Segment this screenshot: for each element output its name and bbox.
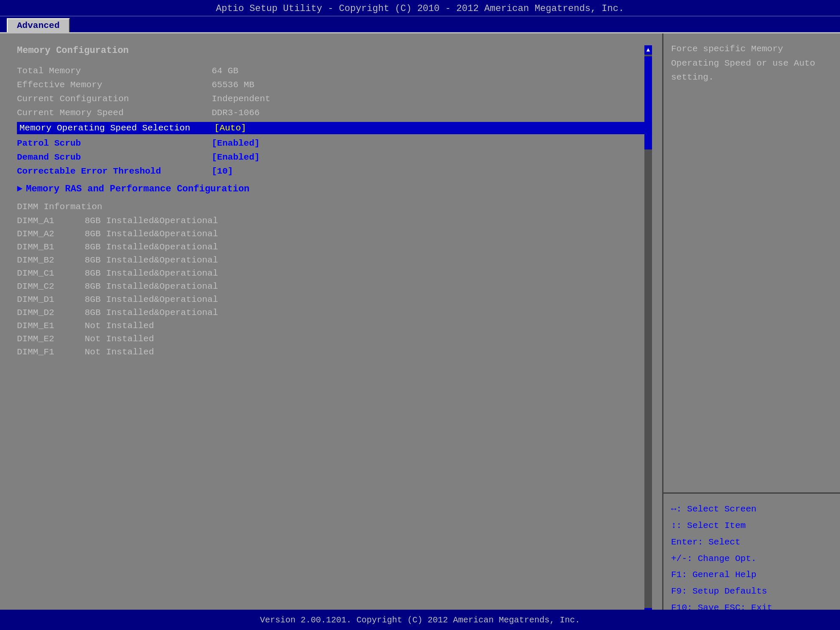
dimm-a2-value: 8GB Installed&Operational: [85, 229, 218, 239]
tab-bar: Advanced: [0, 17, 840, 32]
label-patrol-scrub: Patrol Scrub: [17, 138, 212, 148]
dimm-a2-row: DIMM_A2 8GB Installed&Operational: [17, 229, 652, 239]
value-effective-memory: 65536 MB: [212, 80, 254, 90]
label-effective-memory: Effective Memory: [17, 80, 212, 90]
bottom-bar: Version 2.00.1201. Copyright (C) 2012 Am…: [0, 610, 840, 630]
dimm-b1-label: DIMM_B1: [17, 242, 85, 252]
dimm-e2-label: DIMM_E2: [17, 334, 85, 344]
dimm-e2-row: DIMM_E2 Not Installed: [17, 334, 652, 344]
config-row-patrol-scrub[interactable]: Patrol Scrub [Enabled]: [17, 138, 652, 148]
key-help-enter: Enter: Select: [671, 534, 832, 551]
tab-advanced-label: Advanced: [17, 21, 60, 30]
dimm-section-title: DIMM Information: [17, 202, 652, 212]
dimm-c1-label: DIMM_C1: [17, 268, 85, 278]
dimm-a2-label: DIMM_A2: [17, 229, 85, 239]
dimm-b2-value: 8GB Installed&Operational: [85, 255, 218, 265]
value-demand-scrub: [Enabled]: [212, 152, 260, 162]
scrollbar-up-button[interactable]: ▲: [644, 45, 652, 55]
value-patrol-scrub: [Enabled]: [212, 138, 260, 148]
dimm-a1-value: 8GB Installed&Operational: [85, 216, 218, 226]
key-help-select-item: ↕: Select Item: [671, 518, 832, 534]
config-row-error-threshold[interactable]: Correctable Error Threshold [10]: [17, 166, 652, 176]
dimm-a1-row: DIMM_A1 8GB Installed&Operational: [17, 216, 652, 226]
tab-advanced[interactable]: Advanced: [7, 18, 70, 32]
config-row-memory-speed: Current Memory Speed DDR3-1066: [17, 108, 652, 118]
submenu-arrow-icon: ►: [17, 184, 22, 194]
value-operating-speed: [Auto]: [214, 123, 246, 133]
dimm-c2-row: DIMM_C2 8GB Installed&Operational: [17, 282, 652, 291]
dimm-f1-value: Not Installed: [85, 347, 154, 357]
key-help-setup-defaults: F9: Setup Defaults: [671, 583, 832, 600]
dimm-c2-value: 8GB Installed&Operational: [85, 282, 218, 291]
dimm-e2-value: Not Installed: [85, 334, 154, 344]
value-error-threshold: [10]: [212, 166, 233, 176]
dimm-c1-value: 8GB Installed&Operational: [85, 268, 218, 278]
dimm-d1-row: DIMM_D1 8GB Installed&Operational: [17, 295, 652, 304]
dimm-e1-value: Not Installed: [85, 321, 154, 331]
help-text-area: Force specific Memory Operating Speed or…: [663, 33, 840, 494]
submenu-ras[interactable]: ►Memory RAS and Performance Configuratio…: [17, 184, 652, 194]
config-row-effective-memory: Effective Memory 65536 MB: [17, 80, 652, 90]
dimm-b1-row: DIMM_B1 8GB Installed&Operational: [17, 242, 652, 252]
label-demand-scrub: Demand Scrub: [17, 152, 212, 162]
dimm-d1-value: 8GB Installed&Operational: [85, 295, 218, 304]
value-memory-speed: DDR3-1066: [212, 108, 260, 118]
dimm-b2-label: DIMM_B2: [17, 255, 85, 265]
section-title: Memory Configuration: [17, 45, 652, 56]
dimm-f1-label: DIMM_F1: [17, 347, 85, 357]
scrollbar-track[interactable]: ▲ ▼: [644, 45, 652, 617]
dimm-c2-label: DIMM_C2: [17, 282, 85, 291]
dimm-e1-row: DIMM_E1 Not Installed: [17, 321, 652, 331]
title-text: Aptio Setup Utility - Copyright (C) 2010…: [216, 3, 624, 14]
key-help-general-help: F1: General Help: [671, 567, 832, 583]
dimm-b2-row: DIMM_B2 8GB Installed&Operational: [17, 255, 652, 265]
dimm-d1-label: DIMM_D1: [17, 295, 85, 304]
dimm-b1-value: 8GB Installed&Operational: [85, 242, 218, 252]
config-row-operating-speed[interactable]: Memory Operating Speed Selection [Auto]: [17, 122, 652, 134]
dimm-d2-row: DIMM_D2 8GB Installed&Operational: [17, 308, 652, 318]
dimm-f1-row: DIMM_F1 Not Installed: [17, 347, 652, 357]
key-help-select-screen: ↔: Select Screen: [671, 501, 832, 518]
bottom-bar-text: Version 2.00.1201. Copyright (C) 2012 Am…: [260, 615, 580, 625]
label-memory-speed: Current Memory Speed: [17, 108, 212, 118]
label-error-threshold: Correctable Error Threshold: [17, 166, 212, 176]
submenu-ras-label: Memory RAS and Performance Configuration: [26, 184, 249, 194]
value-total-memory: 64 GB: [212, 66, 238, 76]
key-help-area: ↔: Select Screen ↕: Select Item Enter: S…: [663, 494, 840, 624]
label-current-config: Current Configuration: [17, 94, 212, 104]
dimm-e1-label: DIMM_E1: [17, 321, 85, 331]
value-current-config: Independent: [212, 94, 271, 104]
label-total-memory: Total Memory: [17, 66, 212, 76]
dimm-a1-label: DIMM_A1: [17, 216, 85, 226]
help-text: Force specific Memory Operating Speed or…: [671, 44, 815, 82]
config-row-total-memory: Total Memory 64 GB: [17, 66, 652, 76]
dimm-d2-value: 8GB Installed&Operational: [85, 308, 218, 318]
title-bar: Aptio Setup Utility - Copyright (C) 2010…: [0, 0, 840, 17]
label-operating-speed: Memory Operating Speed Selection: [19, 123, 214, 133]
dimm-c1-row: DIMM_C1 8GB Installed&Operational: [17, 268, 652, 278]
config-row-demand-scrub[interactable]: Demand Scrub [Enabled]: [17, 152, 652, 162]
key-help-change-opt: +/-: Change Opt.: [671, 551, 832, 567]
dimm-d2-label: DIMM_D2: [17, 308, 85, 318]
scrollbar-thumb[interactable]: [644, 56, 652, 149]
config-row-current-config: Current Configuration Independent: [17, 94, 652, 104]
